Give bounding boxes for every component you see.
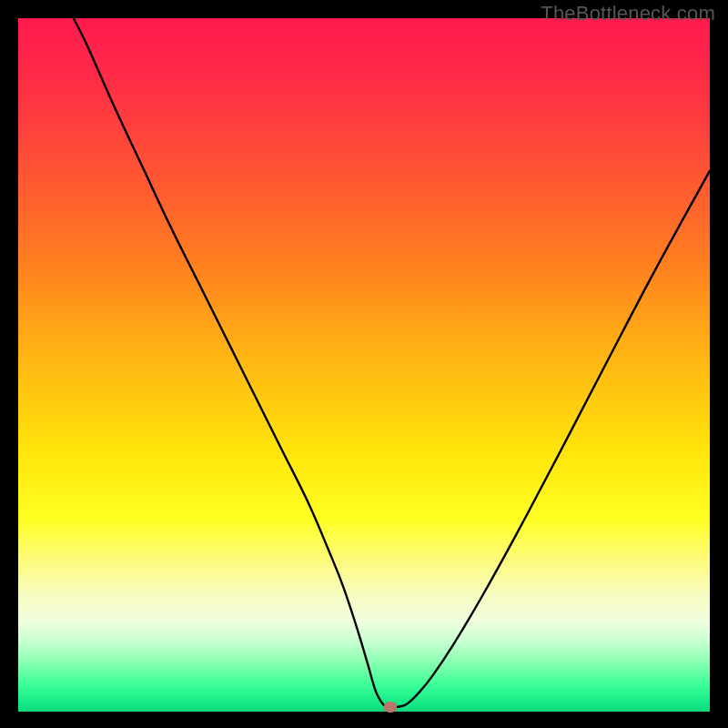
watermark-text: TheBottleneck.com <box>541 2 715 25</box>
curve-path <box>74 18 710 707</box>
optimal-point-marker <box>384 702 397 713</box>
bottleneck-curve <box>18 18 710 712</box>
chart-frame: TheBottleneck.com <box>0 0 728 728</box>
